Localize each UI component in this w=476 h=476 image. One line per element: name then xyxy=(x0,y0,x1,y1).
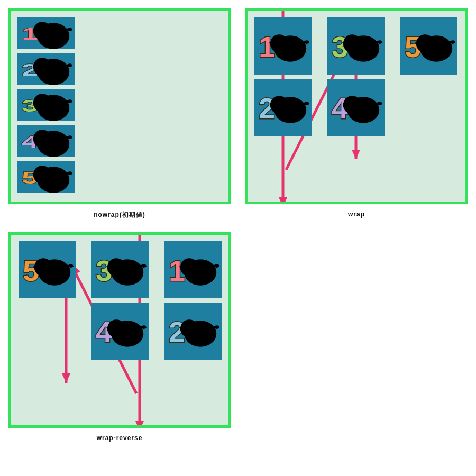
diagram-grid: 12345 12345 nowrap(初期値) wrap 12345 wrap-… xyxy=(8,8,468,451)
caption-nowrap: nowrap(初期値) xyxy=(8,207,231,229)
chick-icon xyxy=(341,89,382,126)
flex-item-2: 2 xyxy=(164,303,222,360)
panel-wrap-reverse: 12345 xyxy=(8,232,231,428)
panel-nowrap: 12345 xyxy=(8,8,231,204)
chick-icon xyxy=(31,87,72,124)
chick-icon xyxy=(31,159,72,196)
chick-icon xyxy=(32,251,74,288)
panel-wrap: 12345 xyxy=(245,8,468,204)
flex-item-4: 4 xyxy=(91,303,149,360)
flex-item-5: 5 xyxy=(400,17,457,75)
flex-item-1: 1 xyxy=(254,17,312,75)
flex-item-5: 5 xyxy=(19,241,76,298)
flex-item-3: 3 xyxy=(17,89,75,121)
flex-item-5: 5 xyxy=(17,161,75,193)
chick-icon xyxy=(31,51,72,88)
flex-item-2: 2 xyxy=(17,53,75,85)
svg-marker-6 xyxy=(279,197,287,202)
flex-area-reverse: 12345 xyxy=(17,241,222,419)
chick-icon xyxy=(31,123,72,160)
chick-icon xyxy=(268,89,309,126)
flex-item-3: 3 xyxy=(327,17,385,75)
chick-icon xyxy=(268,28,309,65)
flex-area-wrap: 12345 xyxy=(254,17,459,195)
chick-icon xyxy=(105,313,147,350)
flex-item-3: 3 xyxy=(91,241,149,298)
caption-wrap-reverse: wrap-reverse xyxy=(8,431,231,451)
chick-icon xyxy=(31,15,72,52)
chick-icon xyxy=(341,28,382,65)
chick-icon xyxy=(414,28,455,65)
caption-wrap: wrap xyxy=(245,207,468,229)
chick-icon xyxy=(105,251,147,288)
flex-item-4: 4 xyxy=(17,125,75,157)
flex-item-1: 1 xyxy=(164,241,222,298)
chick-icon xyxy=(178,313,219,350)
flex-item-1: 1 xyxy=(17,17,75,49)
flex-area-nowrap: 12345 xyxy=(17,17,222,195)
svg-marker-17 xyxy=(135,421,144,425)
chick-icon xyxy=(178,251,219,288)
flex-item-2: 2 xyxy=(254,79,312,136)
flex-item-4: 4 xyxy=(327,79,385,136)
